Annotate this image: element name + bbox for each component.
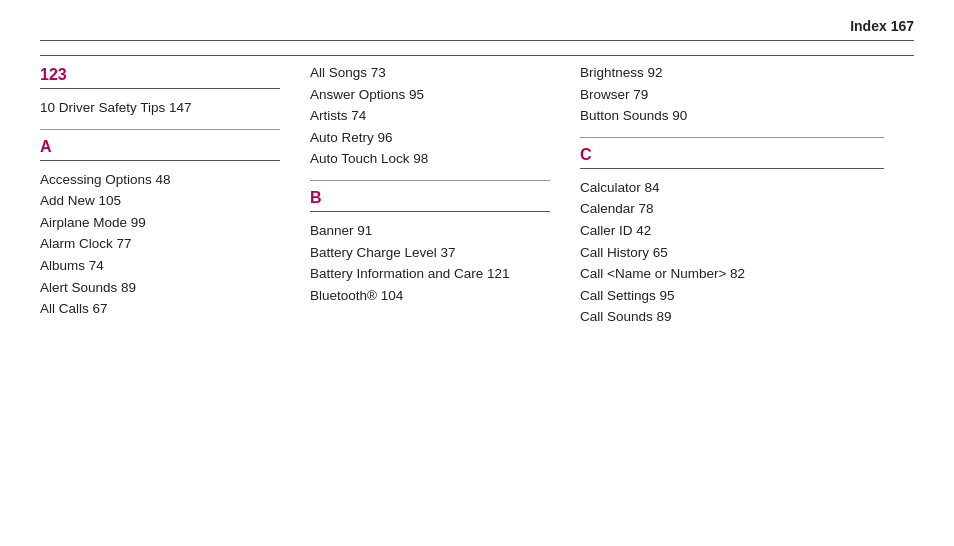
section-heading-c: C <box>580 146 884 169</box>
list-item: 10 Driver Safety Tips 147 <box>40 97 280 119</box>
col-left: 123 10 Driver Safety Tips 147 A Accessin… <box>40 55 310 334</box>
list-item: Call History 65 <box>580 242 884 264</box>
list-item: All Songs 73 <box>310 62 550 84</box>
section-divider-c <box>580 137 884 138</box>
list-item: Banner 91 <box>310 220 550 242</box>
section-heading-123: 123 <box>40 66 280 89</box>
section-a: A Accessing Options 48 Add New 105 Airpl… <box>40 138 280 320</box>
entries-123: 10 Driver Safety Tips 147 <box>40 97 280 119</box>
section-divider-b <box>310 180 550 181</box>
list-item: Accessing Options 48 <box>40 169 280 191</box>
list-item: Browser 79 <box>580 84 884 106</box>
list-item: Battery Charge Level 37 <box>310 242 550 264</box>
entries-brightness: Brightness 92 Browser 79 Button Sounds 9… <box>580 62 884 127</box>
header-page-number: 167 <box>891 18 914 34</box>
col-mid: All Songs 73 Answer Options 95 Artists 7… <box>310 55 580 334</box>
section-brightness: Brightness 92 Browser 79 Button Sounds 9… <box>580 62 884 127</box>
list-item: Calendar 78 <box>580 198 884 220</box>
list-item: Calculator 84 <box>580 177 884 199</box>
list-item: Button Sounds 90 <box>580 105 884 127</box>
section-b: B Banner 91 Battery Charge Level 37 Batt… <box>310 189 550 306</box>
page-header: Index 167 <box>40 18 914 41</box>
list-item: All Calls 67 <box>40 298 280 320</box>
list-item: Airplane Mode 99 <box>40 212 280 234</box>
list-item: Alarm Clock 77 <box>40 233 280 255</box>
section-divider <box>40 129 280 130</box>
entries-allsongs: All Songs 73 Answer Options 95 Artists 7… <box>310 62 550 170</box>
section-allsongs: All Songs 73 Answer Options 95 Artists 7… <box>310 62 550 170</box>
list-item: Add New 105 <box>40 190 280 212</box>
section-heading-a: A <box>40 138 280 161</box>
list-item: Brightness 92 <box>580 62 884 84</box>
list-item: Caller ID 42 <box>580 220 884 242</box>
page: Index 167 123 10 Driver Safety Tips 147 … <box>0 0 954 546</box>
list-item: Artists 74 <box>310 105 550 127</box>
entries-b: Banner 91 Battery Charge Level 37 Batter… <box>310 220 550 306</box>
list-item: Alert Sounds 89 <box>40 277 280 299</box>
index-body: 123 10 Driver Safety Tips 147 A Accessin… <box>40 55 914 334</box>
header-label: Index <box>850 18 887 34</box>
list-item: Albums 74 <box>40 255 280 277</box>
page-header-title: Index 167 <box>850 18 914 34</box>
section-c: C Calculator 84 Calendar 78 Caller ID 42… <box>580 146 884 328</box>
list-item: Answer Options 95 <box>310 84 550 106</box>
list-item: Bluetooth® 104 <box>310 285 550 307</box>
list-item: Battery Information and Care 121 <box>310 263 550 285</box>
list-item: Call Settings 95 <box>580 285 884 307</box>
list-item: Auto Touch Lock 98 <box>310 148 550 170</box>
entries-c: Calculator 84 Calendar 78 Caller ID 42 C… <box>580 177 884 328</box>
list-item: Call Sounds 89 <box>580 306 884 328</box>
list-item: Auto Retry 96 <box>310 127 550 149</box>
section-heading-b: B <box>310 189 550 212</box>
section-123: 123 10 Driver Safety Tips 147 <box>40 66 280 119</box>
col-right: Brightness 92 Browser 79 Button Sounds 9… <box>580 55 914 334</box>
entries-a: Accessing Options 48 Add New 105 Airplan… <box>40 169 280 320</box>
list-item: Call <Name or Number> 82 <box>580 263 884 285</box>
